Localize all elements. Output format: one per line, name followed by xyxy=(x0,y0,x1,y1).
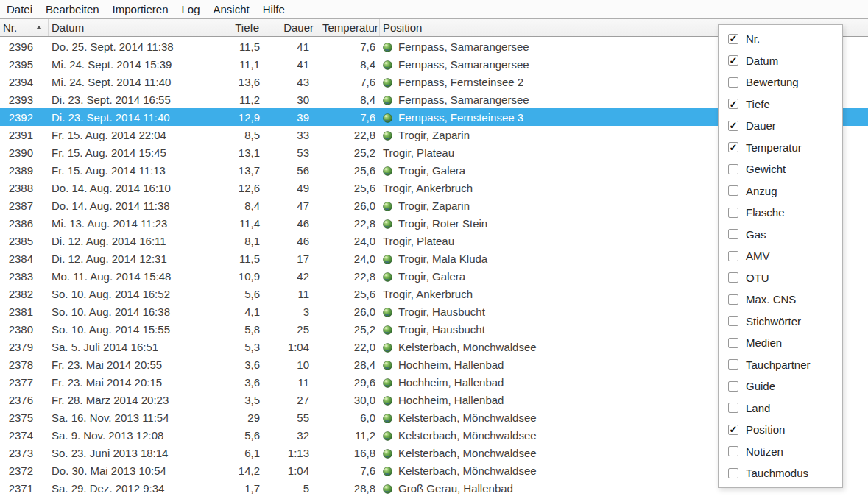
column-menu-item-label: Temperatur xyxy=(746,141,802,154)
cell-temperatur: 25,6 xyxy=(311,182,378,194)
cell-nr: 2377 xyxy=(0,376,35,389)
column-menu-item[interactable]: Datum xyxy=(719,50,842,72)
column-menu-item[interactable]: Anzug xyxy=(719,180,842,202)
column-header-tiefe[interactable]: Tiefe xyxy=(205,19,267,36)
checkbox-icon[interactable] xyxy=(728,121,738,131)
column-menu-item[interactable]: Stichwörter xyxy=(719,311,842,333)
cell-dauer: 27 xyxy=(262,394,311,406)
checkbox-icon[interactable] xyxy=(728,446,738,456)
position-text: Trogir, Hausbucht xyxy=(398,305,485,318)
cell-datum: Di. 23. Sept. 2014 11:40 xyxy=(35,111,206,124)
column-header-position-label: Position xyxy=(383,21,422,34)
column-header-nr-label: Nr. xyxy=(3,21,17,34)
globe-icon xyxy=(383,130,392,140)
globe-icon xyxy=(383,325,392,334)
cell-datum: Fr. 15. Aug. 2014 15:45 xyxy=(35,146,206,159)
cell-datum: Sa. 29. Dez. 2012 9:34 xyxy=(35,482,206,495)
column-menu-item[interactable]: Max. CNS xyxy=(719,289,842,311)
menu-log[interactable]: Log xyxy=(174,0,206,18)
cell-temperatur: 30,0 xyxy=(311,394,378,406)
cell-nr: 2384 xyxy=(0,252,35,265)
column-menu-item[interactable]: Guide xyxy=(719,375,842,397)
cell-dauer: 25 xyxy=(262,323,311,336)
checkbox-icon[interactable] xyxy=(728,294,738,305)
column-menu-item[interactable]: Tauchmodus xyxy=(719,462,842,484)
checkbox-icon[interactable] xyxy=(728,55,738,66)
cell-tiefe: 11,2 xyxy=(206,93,262,106)
checkbox-icon[interactable] xyxy=(728,229,738,239)
globe-icon xyxy=(383,42,392,52)
column-menu-item[interactable]: Temperatur xyxy=(719,137,842,159)
column-menu-item[interactable]: Dauer xyxy=(719,115,842,137)
cell-datum: So. 10. Aug. 2014 15:55 xyxy=(35,323,206,336)
position-text: Hochheim, Hallenbad xyxy=(398,376,504,389)
column-menu-item-label: Max. CNS xyxy=(746,293,796,305)
checkbox-icon[interactable] xyxy=(728,272,738,283)
column-header-datum[interactable]: Datum xyxy=(49,19,205,36)
column-menu-item[interactable]: Land xyxy=(719,397,842,420)
menu-importieren[interactable]: Importieren xyxy=(106,0,175,18)
menu-hilfe[interactable]: Hilfe xyxy=(256,0,292,18)
column-header-dauer[interactable]: Dauer xyxy=(267,19,317,36)
position-text: Kelsterbach, Mönchwaldsee xyxy=(398,341,537,353)
globe-icon xyxy=(383,113,392,122)
checkbox-icon[interactable] xyxy=(728,359,738,370)
position-text: Trogir, Ankerbruch xyxy=(383,182,473,194)
checkbox-icon[interactable] xyxy=(728,99,738,109)
globe-icon xyxy=(383,342,392,352)
checkbox-icon[interactable] xyxy=(728,316,738,326)
column-menu-item[interactable]: Nr. xyxy=(719,28,842,50)
menu-ansicht[interactable]: Ansicht xyxy=(207,0,256,18)
column-menu-item-label: Gewicht xyxy=(746,163,786,175)
cell-nr: 2371 xyxy=(0,482,35,495)
column-menu-item[interactable]: OTU xyxy=(719,267,842,289)
checkbox-icon[interactable] xyxy=(728,34,738,44)
cell-datum: Sa. 5. Juli 2014 16:51 xyxy=(35,341,206,353)
cell-datum: Di. 12. Aug. 2014 12:31 xyxy=(35,252,206,265)
column-menu-item[interactable]: Tauchpartner xyxy=(719,354,842,376)
checkbox-icon[interactable] xyxy=(728,403,738,413)
menu-datei[interactable]: Datei xyxy=(0,0,39,18)
checkbox-icon[interactable] xyxy=(728,251,738,261)
cell-temperatur: 8,4 xyxy=(311,58,378,71)
cell-tiefe: 11,1 xyxy=(206,58,262,71)
checkbox-icon[interactable] xyxy=(728,164,738,174)
cell-tiefe: 3,6 xyxy=(206,376,262,389)
column-menu-item[interactable]: Medien xyxy=(719,332,842,354)
cell-tiefe: 12,9 xyxy=(206,111,262,124)
column-header-tiefe-label: Tiefe xyxy=(235,21,259,34)
checkbox-icon[interactable] xyxy=(728,338,738,348)
column-visibility-menu: Nr. Datum Bewertung Tiefe Dauer Temperat… xyxy=(718,24,843,488)
cell-nr: 2391 xyxy=(0,129,35,141)
column-menu-item[interactable]: AMV xyxy=(719,245,842,267)
cell-dauer: 46 xyxy=(262,235,311,247)
globe-icon xyxy=(383,484,392,493)
cell-tiefe: 5,3 xyxy=(206,341,262,353)
cell-datum: Fr. 23. Mai 2014 20:15 xyxy=(35,376,206,389)
cell-dauer: 33 xyxy=(262,129,311,141)
column-menu-item[interactable]: Tiefe xyxy=(719,93,842,116)
checkbox-icon[interactable] xyxy=(728,142,738,152)
checkbox-icon[interactable] xyxy=(728,381,738,392)
cell-temperatur: 29,6 xyxy=(311,376,378,389)
column-menu-item[interactable]: Flasche xyxy=(719,202,842,224)
checkbox-icon[interactable] xyxy=(728,208,738,218)
checkbox-icon[interactable] xyxy=(728,468,738,478)
cell-datum: Do. 30. Mai 2013 10:54 xyxy=(35,464,206,477)
column-menu-item[interactable]: Bewertung xyxy=(719,71,842,93)
table-row[interactable] xyxy=(0,497,868,502)
checkbox-icon[interactable] xyxy=(728,77,738,88)
column-menu-item-label: Nr. xyxy=(746,32,760,45)
column-menu-item[interactable]: Notizen xyxy=(719,441,842,463)
menu-bearbeiten[interactable]: Bearbeiten xyxy=(39,0,106,18)
position-text: Trogir, Zaparin xyxy=(398,199,470,212)
column-menu-item[interactable]: Gewicht xyxy=(719,158,842,180)
checkbox-icon[interactable] xyxy=(728,185,738,196)
column-header-temperatur[interactable]: Temperatur xyxy=(317,19,380,36)
column-menu-item[interactable]: Gas xyxy=(719,224,842,246)
cell-dauer: 56 xyxy=(262,164,311,177)
cell-dauer: 1:13 xyxy=(262,447,311,459)
checkbox-icon[interactable] xyxy=(728,425,738,435)
column-header-nr[interactable]: Nr. xyxy=(0,19,49,36)
column-menu-item[interactable]: Position xyxy=(719,419,842,441)
